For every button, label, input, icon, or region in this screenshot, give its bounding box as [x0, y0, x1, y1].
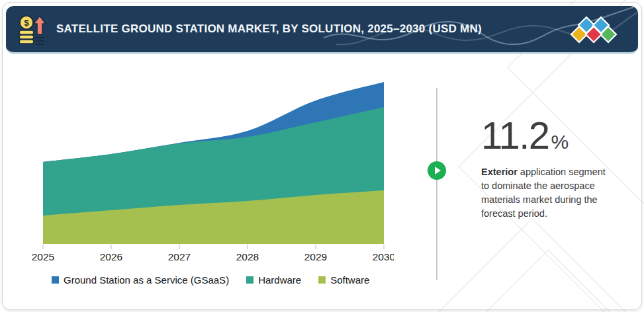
stacked-area-chart: 202520262027202820292030 [20, 69, 394, 268]
insight-text: Exterior application segment to dominate… [481, 165, 610, 221]
legend-swatch [246, 276, 253, 284]
diamonds-logo-icon [569, 12, 623, 48]
chart-legend: Ground Station as a Service (GSaaS)Hardw… [52, 274, 369, 286]
percent-sign: % [551, 132, 569, 152]
report-card: $ SATELLITE GROUND STATION MARKET, BY SO… [0, 0, 644, 312]
legend-label: Hardware [258, 274, 301, 286]
header-bar: $ SATELLITE GROUND STATION MARKET, BY SO… [6, 6, 638, 54]
legend-label: Ground Station as a Service (GSaaS) [64, 274, 229, 286]
legend-label: Software [330, 274, 369, 286]
money-growth-icon: $ [16, 13, 49, 46]
x-axis-label: 2026 [100, 251, 122, 262]
insight-panel: 11.2 % Exterior application segment to d… [481, 116, 610, 221]
x-axis-label: 2030 [373, 251, 394, 262]
x-axis-label: 2028 [236, 251, 259, 262]
legend-swatch [318, 276, 326, 284]
vertical-divider [436, 88, 437, 280]
legend-swatch [52, 276, 59, 284]
page-title: SATELLITE GROUND STATION MARKET, BY SOLU… [56, 6, 482, 52]
legend-item-ground-station-as-a-service-gsaas-[interactable]: Ground Station as a Service (GSaaS) [52, 274, 229, 286]
x-axis-label: 2027 [168, 251, 191, 262]
legend-item-software[interactable]: Software [318, 274, 369, 286]
growth-rate: 11.2 % [481, 116, 610, 155]
svg-text:$: $ [24, 18, 29, 28]
x-axis-label: 2025 [32, 251, 54, 262]
x-axis-label: 2029 [304, 251, 327, 262]
growth-rate-value: 11.2 [481, 116, 549, 155]
insight-highlight: Exterior [481, 167, 518, 177]
legend-item-hardware[interactable]: Hardware [246, 274, 301, 286]
play-button[interactable] [428, 161, 446, 180]
